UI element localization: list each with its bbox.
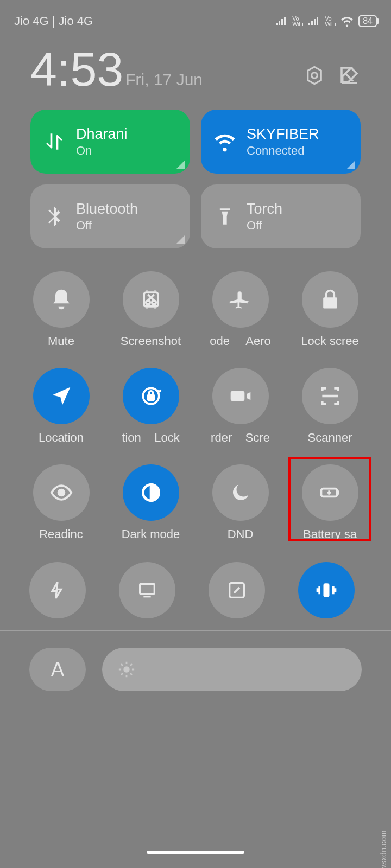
status-icons: VoWiFi VoWiFi 84 [275, 14, 377, 28]
vowifi-icon: VoWiFi [292, 16, 303, 27]
svg-point-3 [146, 301, 149, 304]
tile-title: Dharani [76, 126, 128, 143]
tile-title: Torch [247, 201, 282, 218]
edit-icon[interactable] [338, 64, 361, 89]
mute-toggle[interactable]: Mute [29, 271, 93, 348]
svg-marker-0 [308, 67, 321, 84]
toggle-label: ode Aero [210, 334, 271, 348]
mobile-data-tile[interactable]: Dharani On [30, 110, 190, 174]
monitor-icon [136, 579, 158, 601]
vibrate-icon [314, 578, 338, 602]
rotate-lock-icon [139, 384, 163, 408]
toggle-label: rder Scre [211, 431, 270, 445]
video-icon [229, 384, 253, 408]
svg-rect-12 [324, 583, 330, 597]
svg-point-4 [152, 301, 155, 304]
brightness-slider[interactable] [102, 648, 362, 691]
toggle-label: Location [39, 431, 84, 445]
toggle-label: tion Lock [122, 431, 179, 445]
airplane-icon [229, 288, 253, 311]
svg-point-1 [312, 73, 318, 79]
carrier-label: Jio 4G | Jio 4G [14, 14, 93, 28]
tile-sub: Off [247, 219, 282, 233]
signal-icon [275, 15, 288, 28]
auto-rotate-lock-toggle[interactable]: tion Lock [119, 368, 182, 445]
window-icon [226, 579, 248, 601]
status-bar: Jio 4G | Jio 4G VoWiFi VoWiFi 84 [0, 0, 391, 33]
toggle-label: Screenshot [121, 334, 181, 348]
floating-window-toggle[interactable] [209, 562, 265, 618]
clock-row: 4:53 Fri, 17 Jun [0, 33, 391, 99]
vowifi-icon-2: VoWiFi [325, 16, 336, 27]
svg-point-7 [58, 490, 64, 496]
watermark: wsxdn.com [379, 830, 388, 868]
reading-mode-toggle[interactable]: Readinc [29, 464, 93, 541]
toggle-label: Readinc [39, 527, 83, 541]
auto-brightness-label: A [51, 658, 64, 681]
torch-tile[interactable]: Torch Off [201, 184, 361, 248]
toggle-label: Scanner [308, 431, 352, 445]
nav-handle[interactable] [147, 851, 244, 854]
scanner-icon [318, 384, 342, 408]
auto-brightness-toggle[interactable]: A [29, 648, 86, 691]
screen-recorder-toggle[interactable]: rder Scre [209, 368, 272, 445]
scanner-toggle[interactable]: Scanner [298, 368, 362, 445]
expand-icon[interactable] [176, 235, 185, 244]
mobile-data-icon [42, 130, 66, 154]
brightness-icon [117, 660, 136, 679]
clock-time: 4:53 [30, 46, 123, 93]
clock-date: Fri, 17 Jun [125, 71, 203, 93]
signal-icon-2 [307, 15, 320, 28]
toggle-label: Dark mode [122, 527, 180, 541]
tile-sub: Off [76, 219, 138, 233]
wifi-icon [340, 14, 354, 28]
toggle-label: DND [228, 527, 254, 541]
bell-icon [49, 288, 73, 311]
bolt-icon [47, 579, 68, 601]
lock-screen-toggle[interactable]: Lock scree [298, 271, 362, 348]
expand-icon[interactable] [346, 161, 355, 169]
battery-text: 84 [363, 16, 373, 25]
settings-icon[interactable] [303, 64, 326, 89]
moon-icon [229, 481, 253, 505]
dnd-toggle[interactable]: DND [209, 464, 272, 541]
location-icon [49, 384, 73, 408]
svg-point-13 [123, 666, 129, 672]
tile-title: SKYFIBER [247, 126, 319, 143]
power-toggle[interactable] [29, 562, 86, 618]
eye-icon [49, 481, 73, 505]
toggle-label: Mute [48, 334, 74, 348]
toggle-label: Battery sa [303, 527, 357, 541]
tile-sub: On [76, 144, 128, 158]
wifi-icon [213, 130, 237, 154]
battery-indicator: 84 [358, 15, 377, 27]
screenshot-toggle[interactable]: Screenshot [119, 271, 182, 348]
airplane-toggle[interactable]: ode Aero [209, 271, 272, 348]
dark-mode-icon [139, 481, 163, 505]
battery-plus-icon [318, 481, 342, 505]
scissors-icon [139, 288, 163, 311]
location-toggle[interactable]: Location [29, 368, 93, 445]
lock-icon [318, 288, 342, 311]
dark-mode-toggle[interactable]: Dark mode [119, 464, 182, 541]
bluetooth-tile[interactable]: Bluetooth Off [30, 184, 190, 248]
toggle-label: Lock scree [301, 334, 358, 348]
battery-saver-toggle[interactable]: Battery sa [298, 464, 362, 541]
svg-rect-10 [140, 584, 155, 593]
expand-icon[interactable] [176, 161, 185, 169]
torch-icon [213, 205, 237, 228]
wifi-tile[interactable]: SKYFIBER Connected [201, 110, 361, 174]
tile-title: Bluetooth [76, 201, 138, 218]
tile-sub: Connected [247, 144, 319, 158]
bluetooth-icon [42, 205, 66, 228]
cast-toggle[interactable] [119, 562, 175, 618]
svg-rect-6 [148, 395, 154, 400]
vibrate-toggle[interactable] [298, 562, 355, 618]
